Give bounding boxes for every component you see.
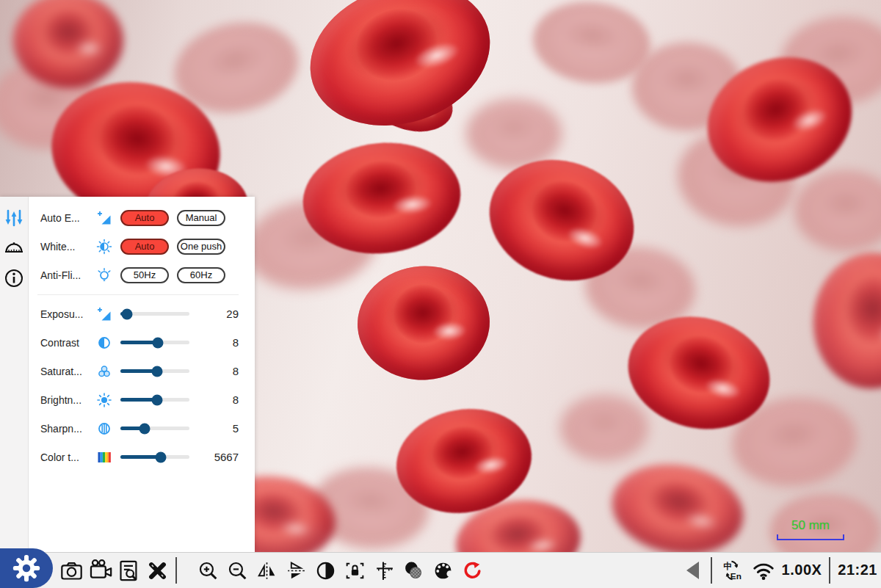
settings-gear-button[interactable] <box>0 548 53 588</box>
clock-readout: 21:21 <box>838 562 877 578</box>
file-browser-icon <box>117 559 141 583</box>
blood-cell <box>605 454 750 564</box>
settings-panel: Auto E... Auto Manual White... <box>0 197 255 552</box>
color-temp-icon <box>96 449 112 465</box>
reset-button[interactable] <box>458 554 487 587</box>
capture-tools-group <box>57 554 172 587</box>
exposure-label: Exposu... <box>40 308 95 320</box>
brightness-label: Brightn... <box>40 394 95 406</box>
slider-thumb[interactable] <box>151 394 162 405</box>
saturation-icon <box>96 363 112 380</box>
auto-exposure-row: Auto E... Auto Manual <box>40 203 239 232</box>
exposure-slider-row: Exposu... 29 <box>40 300 239 328</box>
toolbar-divider <box>829 557 830 584</box>
status-group: 中 En 1.00X <box>682 552 877 588</box>
anti-flicker-50hz-button[interactable]: 50Hz <box>120 267 169 283</box>
color-temp-label: Color t... <box>40 451 95 463</box>
contrast-slider-row: Contrast 8 <box>40 328 239 357</box>
panel-content: Auto E... Auto Manual White... <box>29 197 255 552</box>
color-temp-value: 5667 <box>189 451 239 463</box>
color-palette-button[interactable] <box>429 554 457 587</box>
sharpness-label: Sharpn... <box>40 423 95 435</box>
anti-flicker-label: Anti-Fli... <box>40 269 95 281</box>
exposure-lock-button[interactable] <box>341 554 369 587</box>
white-balance-label: White... <box>40 241 95 253</box>
collapse-panel-button[interactable] <box>682 554 704 587</box>
color-temp-slider-row: Color t... 5667 <box>40 443 239 471</box>
scale-bar: 50 mm <box>777 518 844 540</box>
denoise-icon <box>402 559 425 582</box>
saturation-value: 8 <box>189 365 239 377</box>
calibration-button[interactable] <box>370 554 399 587</box>
blood-cell <box>13 0 123 88</box>
zoom-in-icon <box>197 559 220 582</box>
toolbar-divider <box>175 557 177 584</box>
color-temp-slider[interactable] <box>120 455 189 459</box>
white-balance-auto-button[interactable]: Auto <box>120 239 169 255</box>
auto-exposure-label: Auto E... <box>40 212 95 224</box>
magnification-readout: 1.00X <box>782 562 822 578</box>
contrast-icon <box>96 335 112 351</box>
auto-exposure-auto-button[interactable]: Auto <box>120 210 169 226</box>
language-toggle-button[interactable]: 中 En <box>719 554 745 587</box>
brightness-slider-row: Brightn... 8 <box>40 385 239 414</box>
brightness-slider[interactable] <box>120 398 189 402</box>
blood-cell <box>794 170 881 251</box>
anti-flicker-60hz-button[interactable]: 60Hz <box>177 267 225 283</box>
flip-vertical-icon <box>285 559 308 582</box>
exposure-value: 29 <box>189 308 239 320</box>
file-browser-button[interactable] <box>115 554 143 587</box>
exposure-icon <box>96 210 112 226</box>
measure-tools-button[interactable] <box>143 554 172 587</box>
tab-adjustments[interactable] <box>2 206 26 230</box>
saturation-slider[interactable] <box>120 369 189 373</box>
info-icon <box>4 268 24 288</box>
photo-capture-button[interactable] <box>57 554 86 587</box>
blood-cell <box>466 99 562 169</box>
exposure-lock-icon <box>344 559 366 582</box>
tab-info[interactable] <box>2 266 26 290</box>
microscope-app-window: 50 mm <box>0 0 881 588</box>
sharpness-slider[interactable] <box>120 427 189 430</box>
sharpness-value: 5 <box>189 422 239 435</box>
flip-horizontal-button[interactable] <box>253 554 281 587</box>
slider-thumb[interactable] <box>152 337 163 348</box>
blood-cell <box>809 249 881 393</box>
calibration-icon <box>373 559 396 582</box>
exposure-slider[interactable] <box>120 312 189 316</box>
settings-gear-icon <box>12 553 41 583</box>
contrast-slider[interactable] <box>120 341 189 344</box>
video-record-button[interactable] <box>86 554 115 587</box>
tab-measurement[interactable] <box>2 236 26 260</box>
reset-icon <box>461 559 484 582</box>
slider-thumb[interactable] <box>151 366 162 377</box>
panel-divider <box>37 294 239 295</box>
exposure-icon <box>96 306 112 322</box>
flip-horizontal-icon <box>255 559 278 582</box>
zoom-in-button[interactable] <box>194 554 222 587</box>
saturation-label: Saturat... <box>40 366 95 377</box>
view-tools-group <box>194 554 487 587</box>
slider-thumb[interactable] <box>122 308 133 319</box>
white-balance-row: White... Auto One push <box>40 232 239 261</box>
white-balance-one-push-button[interactable]: One push <box>177 239 225 255</box>
flip-vertical-button[interactable] <box>282 554 311 587</box>
denoise-button[interactable] <box>399 554 428 587</box>
auto-exposure-manual-button[interactable]: Manual <box>177 210 225 226</box>
anti-flicker-icon <box>96 267 112 283</box>
contrast-invert-button[interactable] <box>311 554 340 587</box>
contrast-value: 8 <box>189 336 239 349</box>
wifi-button[interactable] <box>750 554 777 587</box>
zoom-out-icon <box>226 559 249 582</box>
collapse-arrow-icon <box>683 559 703 581</box>
slider-thumb[interactable] <box>155 451 166 462</box>
zoom-out-button[interactable] <box>223 554 252 587</box>
wifi-icon <box>752 559 775 582</box>
slider-thumb[interactable] <box>139 423 150 434</box>
brightness-icon <box>96 392 112 408</box>
sharpness-icon <box>96 421 112 437</box>
bottom-toolbar: 中 En 1.00X <box>0 552 881 588</box>
contrast-label: Contrast <box>40 337 95 349</box>
photo-capture-icon <box>59 559 84 583</box>
blood-cell <box>560 395 648 461</box>
